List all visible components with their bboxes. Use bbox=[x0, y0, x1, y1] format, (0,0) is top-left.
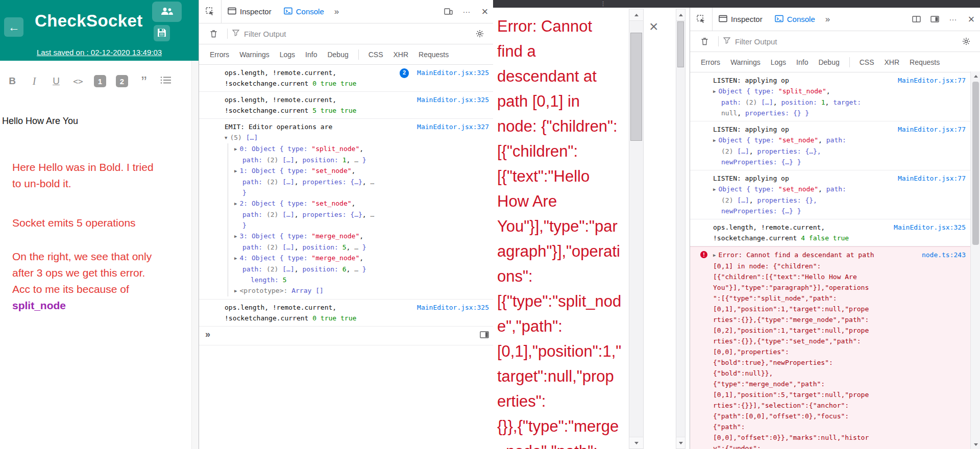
expand-arrow-icon[interactable]: ▶ bbox=[234, 286, 237, 296]
scrollbar-thumb[interactable] bbox=[630, 33, 642, 141]
filter-output-input[interactable]: Filter Output bbox=[735, 37, 952, 46]
source-link[interactable]: MainEditor.jsx:77 bbox=[898, 173, 966, 184]
filter-level-button[interactable]: Errors bbox=[205, 48, 234, 61]
console-input-row[interactable]: » bbox=[199, 327, 494, 345]
filter-level-button[interactable]: Debug bbox=[814, 56, 844, 68]
overlay-error-line: How Are bbox=[497, 189, 631, 214]
filter-category-button[interactable]: Requests bbox=[414, 48, 453, 61]
clear-console-icon[interactable] bbox=[204, 29, 223, 38]
dock-side-icon[interactable] bbox=[925, 8, 944, 31]
filter-output-input[interactable]: Filter Output bbox=[244, 30, 466, 38]
expand-arrow-icon[interactable]: ▶ bbox=[713, 184, 716, 195]
scrollbar-thumb[interactable] bbox=[677, 21, 684, 67]
responsive-mode-icon[interactable] bbox=[439, 0, 457, 23]
source-link[interactable]: MainEditor.jsx:77 bbox=[898, 124, 966, 135]
tab-inspector[interactable]: Inspector bbox=[222, 0, 278, 23]
clear-console-icon[interactable] bbox=[695, 37, 714, 46]
node-picker-icon[interactable] bbox=[199, 0, 222, 23]
console-settings-gear-icon[interactable] bbox=[471, 29, 489, 38]
overlay-scrollbar[interactable] bbox=[629, 9, 644, 449]
filter-level-button[interactable]: Debug bbox=[323, 48, 353, 61]
editor-scrollbar[interactable] bbox=[191, 61, 199, 449]
scroll-down-button[interactable] bbox=[971, 440, 980, 449]
source-link[interactable]: MainEditor.jsx:327 bbox=[417, 121, 489, 132]
devtools-menu-button[interactable]: ··· bbox=[944, 8, 962, 31]
source-link[interactable]: node.ts:243 bbox=[922, 250, 966, 261]
scroll-down-button[interactable] bbox=[629, 437, 643, 448]
checksocket-app: ← CheckSocket Last saved on : 02-12-2020… bbox=[0, 0, 199, 449]
expand-arrow-icon[interactable]: ▶ bbox=[713, 250, 716, 261]
overlay-error-line: e","path": bbox=[497, 314, 631, 339]
console-scrollbar[interactable] bbox=[970, 71, 980, 449]
filter-category-button[interactable]: XHR bbox=[389, 48, 413, 61]
underline-button[interactable]: U bbox=[49, 73, 63, 89]
filter-level-button[interactable]: Warnings bbox=[726, 56, 765, 68]
filter-level-button[interactable]: Warnings bbox=[235, 48, 274, 61]
heading1-button[interactable]: 1 bbox=[93, 73, 107, 89]
editor-area[interactable]: Hello How Are You Here Hello was in Bold… bbox=[0, 102, 199, 314]
tab-console[interactable]: Console bbox=[769, 8, 821, 31]
expand-arrow-icon[interactable]: ▶ bbox=[234, 166, 237, 177]
collaborators-button[interactable] bbox=[152, 2, 182, 22]
devtools-close-button[interactable]: × bbox=[476, 0, 494, 23]
console-error-row: !▶Error: Cannot find a descendant at pat… bbox=[690, 246, 971, 449]
tab-console[interactable]: Console bbox=[278, 0, 330, 23]
more-tabs-button[interactable]: » bbox=[821, 8, 834, 31]
italic-button[interactable]: I bbox=[27, 73, 41, 89]
overlay-close-button[interactable]: × bbox=[649, 19, 658, 34]
filter-category-button[interactable]: Requests bbox=[905, 56, 944, 68]
filter-level-button[interactable]: Errors bbox=[696, 56, 725, 68]
console-line: rties":{}},{"type":"merge_node","path": bbox=[713, 314, 966, 325]
console-line: [0,1],"position":1,"target":null,"prope bbox=[713, 304, 966, 314]
filter-level-button[interactable]: Logs bbox=[275, 48, 300, 61]
scroll-up-button[interactable] bbox=[971, 71, 980, 81]
source-link[interactable]: MainEditor.jsx:325 bbox=[417, 67, 489, 78]
scroll-down-button[interactable] bbox=[676, 437, 685, 448]
source-link[interactable]: MainEditor.jsx:325 bbox=[417, 302, 489, 313]
devtools-menu-button[interactable]: ··· bbox=[457, 0, 476, 23]
split-console-icon[interactable] bbox=[480, 331, 489, 340]
more-tabs-button[interactable]: » bbox=[330, 0, 343, 23]
columns-layout-icon[interactable] bbox=[907, 8, 925, 31]
filter-category-button[interactable]: CSS bbox=[855, 56, 879, 68]
expand-arrow-icon[interactable]: ▶ bbox=[234, 231, 237, 242]
scroll-up-button[interactable] bbox=[629, 9, 643, 21]
expand-arrow-icon[interactable]: ▶ bbox=[713, 86, 716, 97]
tab-inspector[interactable]: Inspector bbox=[713, 8, 769, 31]
editor-note-2: Socket emits 5 operations bbox=[12, 215, 159, 231]
filter-level-button[interactable]: Logs bbox=[766, 56, 791, 68]
console-line: y":{"undos": bbox=[713, 443, 966, 449]
bold-button[interactable]: B bbox=[5, 73, 19, 89]
expand-arrow-icon[interactable]: ▶ bbox=[713, 135, 716, 146]
source-link[interactable]: MainEditor.jsx:77 bbox=[898, 75, 966, 86]
expand-arrow-icon[interactable]: ▶ bbox=[234, 144, 237, 155]
code-button[interactable]: <> bbox=[71, 73, 85, 89]
console-icon bbox=[284, 7, 292, 16]
console-settings-gear-icon[interactable] bbox=[957, 37, 975, 46]
scroll-up-button[interactable] bbox=[676, 9, 685, 21]
log-level-filters: ErrorsWarningsLogsInfoDebug bbox=[205, 48, 353, 61]
devtools-close-button[interactable]: × bbox=[962, 8, 980, 31]
page-scrollbar[interactable] bbox=[676, 9, 685, 449]
devtools-tabbar: Inspector Console » ··· × bbox=[690, 8, 980, 31]
expand-arrow-icon[interactable]: ▼ bbox=[225, 133, 227, 143]
filter-level-button[interactable]: Info bbox=[792, 56, 813, 68]
heading2-button[interactable]: 2 bbox=[115, 73, 129, 89]
node-picker-icon[interactable] bbox=[690, 8, 713, 31]
save-button[interactable] bbox=[154, 25, 170, 41]
blockquote-button[interactable]: ” bbox=[137, 73, 151, 89]
console-line: path: (2) […], position: 6, … } bbox=[234, 264, 489, 275]
source-link[interactable]: MainEditor.jsx:325 bbox=[894, 222, 966, 233]
console-line: rties":{}}],"selection":{"anchor": bbox=[713, 400, 966, 411]
source-link[interactable]: MainEditor.jsx:325 bbox=[417, 94, 489, 105]
filter-category-button[interactable]: CSS bbox=[364, 48, 388, 61]
expand-arrow-icon[interactable]: ▶ bbox=[234, 198, 237, 209]
list-button[interactable] bbox=[159, 73, 173, 89]
filter-level-button[interactable]: Info bbox=[301, 48, 322, 61]
back-button[interactable]: ← bbox=[4, 17, 23, 37]
expand-arrow-icon[interactable]: ▶ bbox=[234, 253, 237, 264]
scrollbar-thumb[interactable] bbox=[972, 82, 979, 245]
tab-console-label: Console bbox=[787, 15, 815, 23]
filter-category-button[interactable]: XHR bbox=[880, 56, 904, 68]
console-line: path: (2) […], position: 5, … } bbox=[234, 242, 489, 253]
